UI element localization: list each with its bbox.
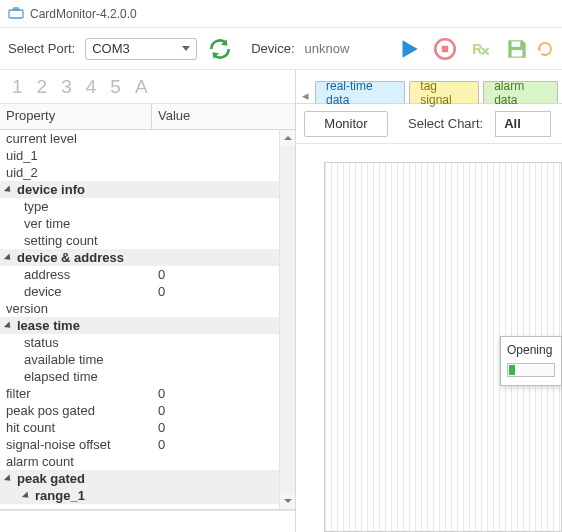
table-row[interactable]: uid_1 xyxy=(0,147,279,164)
table-row[interactable]: peak pos gated0 xyxy=(0,402,279,419)
save-icon xyxy=(504,36,530,62)
table-row[interactable]: alarm count xyxy=(0,453,279,470)
tab-tag-signal[interactable]: tag signal xyxy=(409,81,479,103)
grid-header: Property Value xyxy=(0,104,295,130)
left-panel: 1 2 3 4 5 A Property Value current level… xyxy=(0,70,296,532)
table-row[interactable]: lease time xyxy=(0,317,279,334)
expand-icon xyxy=(4,185,13,194)
tab-2[interactable]: 2 xyxy=(37,76,48,98)
header-value: Value xyxy=(152,104,295,129)
progress-fill xyxy=(509,365,515,375)
right-tabs: ◂ real-time data tag signal alarm data xyxy=(296,70,562,104)
tab-scroll-left[interactable]: ◂ xyxy=(300,88,311,103)
prescription-button[interactable]: R xyxy=(464,32,498,66)
svg-rect-5 xyxy=(512,50,523,57)
refresh-icon xyxy=(207,36,233,62)
chart-select[interactable]: All xyxy=(495,111,551,137)
table-row[interactable]: uid_2 xyxy=(0,164,279,181)
table-row[interactable]: signal-noise offset0 xyxy=(0,436,279,453)
table-row[interactable]: elapsed time xyxy=(0,368,279,385)
table-row[interactable]: range_1 xyxy=(0,487,279,504)
table-row[interactable]: device0 xyxy=(0,283,279,300)
expand-icon xyxy=(4,321,13,330)
opening-label: Opening d xyxy=(507,343,555,357)
table-row[interactable]: hit count0 xyxy=(0,419,279,436)
play-icon xyxy=(396,36,422,62)
tab-4[interactable]: 4 xyxy=(86,76,97,98)
select-chart-label: Select Chart: xyxy=(408,116,483,131)
tab-3[interactable]: 3 xyxy=(61,76,72,98)
dropdown-arrow-icon xyxy=(182,46,190,51)
tab-A[interactable]: A xyxy=(135,76,148,98)
tab-5[interactable]: 5 xyxy=(110,76,121,98)
expand-icon xyxy=(4,474,13,483)
device-label: Device: xyxy=(251,41,294,56)
expand-icon xyxy=(22,491,31,500)
rx-icon: R xyxy=(468,36,494,62)
scroll-down-icon[interactable] xyxy=(280,493,295,509)
stop-button[interactable] xyxy=(428,32,462,66)
table-row[interactable]: ver time xyxy=(0,215,279,232)
stop-icon xyxy=(432,36,458,62)
scrollbar[interactable] xyxy=(279,130,295,509)
table-row[interactable]: type xyxy=(0,198,279,215)
table-row[interactable]: peak gated xyxy=(0,470,279,487)
table-row[interactable]: device & address xyxy=(0,249,279,266)
progress-bar xyxy=(507,363,555,377)
table-row[interactable]: version xyxy=(0,300,279,317)
titlebar: CardMonitor-4.2.0.0 xyxy=(0,0,562,28)
history-button[interactable] xyxy=(536,32,554,66)
svg-rect-0 xyxy=(9,10,23,18)
port-select[interactable]: COM3 xyxy=(85,38,197,60)
right-panel: ◂ real-time data tag signal alarm data M… xyxy=(296,70,562,532)
play-button[interactable] xyxy=(392,32,426,66)
table-row[interactable]: address0 xyxy=(0,266,279,283)
window-title: CardMonitor-4.2.0.0 xyxy=(30,7,137,21)
port-value: COM3 xyxy=(92,41,130,56)
expand-icon xyxy=(4,253,13,262)
history-icon xyxy=(536,36,554,62)
chart-area: Opening d xyxy=(296,144,562,532)
opening-dialog: Opening d xyxy=(500,336,562,386)
chart-select-value: All xyxy=(504,116,521,131)
svg-rect-4 xyxy=(512,41,521,46)
main: 1 2 3 4 5 A Property Value current level… xyxy=(0,70,562,532)
app-icon xyxy=(8,7,24,21)
table-row[interactable]: device info xyxy=(0,181,279,198)
select-port-label: Select Port: xyxy=(8,41,75,56)
table-row[interactable]: setting count xyxy=(0,232,279,249)
toolbar: Select Port: COM3 Device: unknow R xyxy=(0,28,562,70)
tab-alarm-data[interactable]: alarm data xyxy=(483,81,558,103)
svg-rect-2 xyxy=(442,45,449,52)
header-property: Property xyxy=(0,104,152,129)
scroll-up-icon[interactable] xyxy=(280,130,295,146)
device-value: unknow xyxy=(305,41,350,56)
table-row[interactable]: current level xyxy=(0,130,279,147)
svg-text:R: R xyxy=(472,41,482,57)
save-button[interactable] xyxy=(500,32,534,66)
refresh-button[interactable] xyxy=(203,32,237,66)
number-tabs: 1 2 3 4 5 A xyxy=(0,70,295,104)
tab-1[interactable]: 1 xyxy=(12,76,23,98)
tab-realtime-data[interactable]: real-time data xyxy=(315,81,405,103)
property-grid: current leveluid_1uid_2device infotypeve… xyxy=(0,130,295,510)
table-row[interactable]: filter0 xyxy=(0,385,279,402)
monitor-button[interactable]: Monitor xyxy=(304,111,388,137)
chart-toolbar: Monitor Select Chart: All xyxy=(296,104,562,144)
left-footer xyxy=(0,510,295,532)
table-row[interactable]: available time xyxy=(0,351,279,368)
table-row[interactable]: status xyxy=(0,334,279,351)
